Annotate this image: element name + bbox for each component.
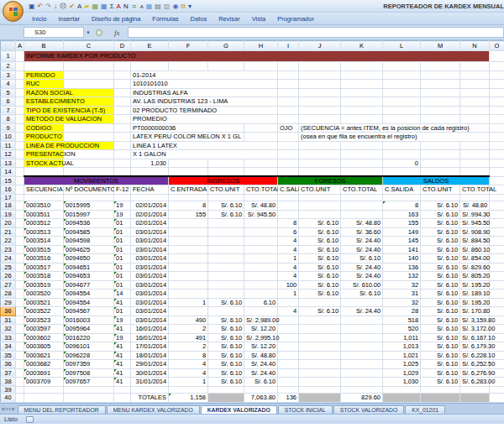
ribbon-tab-inicio[interactable]: Inicio — [32, 15, 47, 23]
cell-D12[interactable] — [114, 150, 131, 159]
cell-O7[interactable] — [490, 106, 504, 115]
cell-H37[interactable]: S/. 24.40 — [244, 368, 278, 378]
cell-H26[interactable] — [244, 272, 278, 281]
row-header-10[interactable]: 10 — [1, 133, 16, 142]
cell-I17[interactable] — [278, 194, 299, 201]
cell-I26[interactable]: 4 — [278, 272, 299, 281]
rows-icon[interactable]: ▤ — [155, 3, 161, 10]
cell-L27[interactable]: 32 — [383, 280, 421, 290]
cell[interactable] — [460, 150, 490, 159]
cell[interactable] — [421, 159, 460, 168]
cell-L24[interactable]: 140 — [383, 254, 421, 263]
cell-A7[interactable] — [16, 106, 24, 115]
save-icon[interactable]: ▣ — [29, 3, 35, 10]
cell-N22[interactable]: S/. 884.50 — [460, 237, 490, 246]
cell[interactable] — [299, 159, 341, 168]
redo-icon[interactable]: ↷ — [45, 3, 51, 10]
cell-M2[interactable] — [421, 62, 460, 71]
row-header-23[interactable]: 23 — [1, 245, 16, 254]
cell-O10[interactable] — [490, 133, 504, 142]
cell-I32[interactable] — [278, 325, 299, 334]
cell-M35[interactable]: S/. 6.10 — [421, 351, 460, 360]
row-header-27[interactable]: 27 — [1, 280, 16, 290]
row-header-29[interactable]: 29 — [1, 298, 16, 307]
cell[interactable] — [421, 97, 460, 107]
cell-A19[interactable] — [16, 210, 24, 219]
cell-J32[interactable] — [299, 325, 341, 334]
row-header-1[interactable]: 1 — [1, 51, 16, 62]
cell-I34[interactable] — [278, 342, 299, 352]
cell-D25[interactable]: 01 — [114, 263, 131, 272]
cell-K19[interactable] — [341, 210, 383, 219]
cell-M22[interactable]: S/. 6.10 — [421, 237, 460, 246]
cell-N20[interactable]: S/. 945.50 — [460, 219, 490, 228]
cell-O17[interactable] — [490, 194, 504, 201]
cell[interactable] — [278, 97, 299, 107]
cell-H10[interactable] — [244, 133, 278, 142]
cell-F33[interactable]: 491 — [169, 333, 208, 342]
cell-A20[interactable] — [16, 219, 24, 228]
cell-G2[interactable] — [208, 62, 244, 71]
sheet-tab-menu-kardex-valorizado[interactable]: MENU KARDEX VALORIZADO — [107, 405, 200, 414]
cell-K33[interactable] — [341, 333, 383, 342]
ribbon-tab-datos[interactable]: Datos — [191, 15, 207, 23]
cell[interactable] — [383, 106, 421, 115]
sheet-tab-stock-inicial[interactable]: STOCK INICIAL — [278, 405, 333, 414]
cell-K25[interactable]: S/. 24.40 — [341, 263, 383, 272]
cell-F18[interactable]: 8 — [169, 201, 208, 211]
cell-B26[interactable]: 0003518 — [24, 272, 64, 281]
cell-B20[interactable]: 0003512 — [24, 219, 64, 228]
cell-H22[interactable] — [244, 237, 278, 246]
cell-K20[interactable]: S/. 48.80 — [341, 219, 383, 228]
cell-J18[interactable] — [299, 201, 341, 211]
cell-D33[interactable]: 19 — [114, 333, 131, 342]
row-header-37[interactable]: 37 — [1, 368, 16, 378]
cell-F24[interactable] — [169, 254, 208, 263]
cell-C4[interactable] — [64, 80, 114, 89]
cell[interactable] — [341, 80, 383, 89]
cell-L28[interactable]: 31 — [383, 290, 421, 299]
cell-L22[interactable]: 145 — [383, 237, 421, 246]
cell-D35[interactable]: 41 — [114, 351, 131, 360]
cell-O28[interactable] — [490, 290, 504, 299]
cell-A32[interactable] — [16, 325, 24, 334]
row-header-9[interactable]: 9 — [1, 123, 16, 133]
cell-E14[interactable] — [131, 168, 169, 177]
cell-G32[interactable]: S/. 6.10 — [208, 325, 244, 334]
cell-C36[interactable]: 0097359 — [64, 360, 114, 369]
cell-K34[interactable] — [341, 342, 383, 352]
cell-N23[interactable]: S/. 860.10 — [460, 245, 490, 254]
cell-O41[interactable] — [490, 403, 504, 404]
cell-C30[interactable]: 0094567 — [64, 307, 114, 316]
cell-K31[interactable] — [341, 316, 383, 325]
cell-G35[interactable]: S/. 6.10 — [208, 351, 244, 360]
row-header-40[interactable]: 40 — [1, 394, 16, 403]
cell-D11[interactable] — [114, 141, 131, 150]
cell-O20[interactable] — [490, 219, 504, 228]
cell-K23[interactable]: S/. 24.40 — [341, 245, 383, 254]
cell-J20[interactable]: S/. 6.10 — [299, 219, 341, 228]
cell-F36[interactable]: 4 — [169, 360, 208, 369]
cell[interactable] — [383, 150, 421, 159]
cell-F30[interactable] — [169, 307, 208, 316]
cell-F32[interactable]: 2 — [169, 325, 208, 334]
cell-H23[interactable] — [244, 245, 278, 254]
cell[interactable] — [421, 150, 460, 159]
col-header-M[interactable]: M — [421, 41, 460, 51]
font-color-icon[interactable]: A — [117, 3, 121, 10]
name-box-dropdown-icon[interactable]: ▼ — [86, 30, 91, 35]
cell-E37[interactable]: 30/01/2014 — [131, 368, 169, 378]
cell-C38[interactable]: 0097657 — [64, 378, 114, 387]
cell-F26[interactable] — [169, 272, 208, 281]
cell-A34[interactable] — [16, 342, 24, 352]
cell[interactable] — [299, 70, 341, 80]
cell-J24[interactable]: S/. 6.10 — [299, 254, 341, 263]
cell-L29[interactable]: 32 — [383, 298, 421, 307]
cell-C32[interactable]: 0095964 — [64, 325, 114, 334]
cell-A21[interactable] — [16, 227, 24, 237]
cell-E31[interactable]: 03/01/2014 — [131, 316, 169, 325]
cell-A27[interactable] — [16, 280, 24, 290]
cell-A25[interactable] — [16, 263, 24, 272]
cell-A9[interactable] — [16, 123, 24, 133]
cell-N17[interactable] — [460, 194, 490, 201]
